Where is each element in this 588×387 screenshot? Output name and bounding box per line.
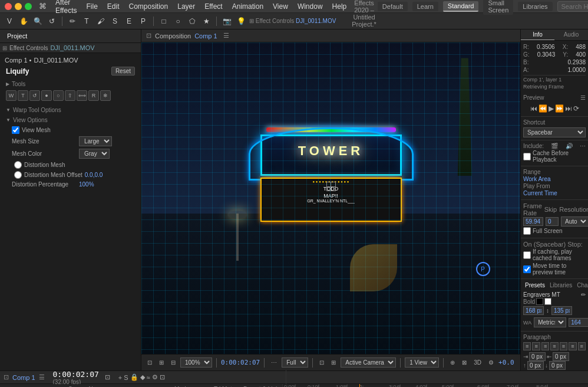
- tl-graph[interactable]: ≈: [147, 373, 150, 381]
- metrics-select[interactable]: Metrics: [534, 317, 566, 327]
- tab-info[interactable]: Info: [521, 29, 554, 40]
- tl-solo[interactable]: S: [124, 373, 128, 381]
- preview-menu-icon[interactable]: ☰: [580, 94, 586, 101]
- vc-transfer[interactable]: ⊕: [448, 358, 457, 367]
- tool-puppet[interactable]: P: [137, 15, 149, 27]
- cache-before-checkbox[interactable]: [523, 153, 531, 160]
- presets-tab[interactable]: Presets: [523, 281, 547, 289]
- vc-region[interactable]: ⊞: [157, 358, 166, 367]
- move-time-checkbox[interactable]: [523, 265, 531, 273]
- tool-shape-star[interactable]: ★: [200, 15, 212, 27]
- tool-text[interactable]: T: [81, 15, 93, 27]
- menu-edit[interactable]: Edit: [103, 1, 124, 12]
- workspace-tab-learn[interactable]: Learn: [412, 2, 438, 11]
- tl-comp-name[interactable]: Comp 1: [12, 374, 35, 381]
- font-size-input[interactable]: [523, 306, 544, 315]
- tool-freeze[interactable]: ❄: [100, 90, 111, 101]
- ec-file-link[interactable]: DJI_0011.MOV: [50, 44, 94, 51]
- tool-rotate[interactable]: ↺: [46, 15, 58, 27]
- vc-views-select[interactable]: 1 View: [405, 358, 439, 368]
- vc-alpha[interactable]: ⊞: [329, 358, 338, 367]
- distortion-pct-value[interactable]: 100%: [79, 181, 94, 188]
- libraries-tab[interactable]: Libraries: [548, 281, 574, 289]
- tool-camera[interactable]: 📷: [221, 15, 233, 27]
- menu-help[interactable]: Help: [328, 1, 351, 12]
- tab-project[interactable]: Project: [4, 31, 31, 41]
- skip-input[interactable]: [546, 217, 559, 226]
- workspace-tab-standard[interactable]: Standard: [443, 1, 479, 12]
- tool-shape-poly[interactable]: ⬠: [186, 15, 198, 27]
- tool-brush[interactable]: 🖌: [95, 15, 107, 27]
- prev-step-forward[interactable]: ⏩: [555, 104, 564, 113]
- tl-menu-icon[interactable]: ☰: [39, 373, 45, 381]
- tools-grid[interactable]: W T ↺ ● ○ ⇧ ⟺ R ❄: [6, 88, 135, 103]
- prev-loop[interactable]: ⟳: [573, 104, 579, 113]
- prev-to-end[interactable]: ⏭: [565, 104, 572, 113]
- menu-composition[interactable]: Composition: [125, 1, 173, 12]
- mesh-color-select[interactable]: Gray: [79, 149, 110, 159]
- metrics-value-input[interactable]: [569, 318, 588, 327]
- vc-camera-select[interactable]: Active Camera: [341, 358, 396, 368]
- maximize-dot[interactable]: [25, 3, 32, 10]
- minimize-dot[interactable]: [15, 3, 22, 10]
- comp-header-menu[interactable]: ☰: [223, 32, 229, 40]
- warp-tool-options-section[interactable]: Warp Tool Options: [2, 105, 138, 115]
- shortcut-select[interactable]: Spacebar: [523, 127, 586, 137]
- prev-step-back[interactable]: ⏪: [539, 104, 547, 113]
- align-justify-btn[interactable]: ≡: [550, 342, 558, 350]
- vc-grid[interactable]: ⊟: [169, 358, 178, 367]
- tool-warp[interactable]: W: [6, 90, 16, 101]
- color-swatch-white[interactable]: [544, 298, 551, 305]
- tl-lock[interactable]: 🔒: [130, 373, 138, 381]
- cache-frames-checkbox[interactable]: [523, 251, 531, 259]
- vc-snap[interactable]: ⊠: [460, 358, 469, 367]
- view-mesh-checkbox[interactable]: [12, 126, 19, 134]
- search-input[interactable]: [557, 1, 588, 12]
- tool-reconstruct[interactable]: R: [88, 90, 99, 101]
- tool-eraser[interactable]: E: [123, 15, 135, 27]
- workspace-tab-libraries[interactable]: Libraries: [518, 2, 552, 11]
- vc-perf[interactable]: ⚙: [486, 358, 496, 367]
- tl-add-layer[interactable]: +: [118, 373, 122, 381]
- vc-skip-back[interactable]: ⋯: [269, 358, 279, 367]
- distortion-mesh-radio[interactable]: [14, 161, 22, 169]
- color-swatch-black[interactable]: [536, 298, 543, 305]
- tl-markers[interactable]: ◆: [140, 373, 145, 381]
- tool-pen[interactable]: ✏: [67, 15, 78, 27]
- tl-playhead-btn[interactable]: ⊡: [105, 373, 110, 381]
- menu-view[interactable]: View: [269, 1, 292, 12]
- full-screen-checkbox[interactable]: [523, 227, 531, 235]
- resolution-select[interactable]: Auto: [561, 217, 588, 227]
- font-style-btn[interactable]: ✏: [581, 291, 586, 298]
- workspace-tab-default[interactable]: Default: [378, 2, 408, 11]
- ec-panel-title[interactable]: Effect Controls: [9, 45, 48, 51]
- tool-hand[interactable]: ✋: [18, 15, 29, 27]
- workspace-tab-small[interactable]: Small Screen: [483, 0, 513, 15]
- view-options-section[interactable]: View Options: [2, 115, 138, 125]
- tool-shape-rect[interactable]: □: [158, 15, 170, 27]
- menu-file[interactable]: File: [82, 1, 101, 12]
- tool-mirror[interactable]: ⟺: [77, 90, 87, 101]
- tl-render[interactable]: ⚙: [152, 373, 158, 381]
- tl-timecode[interactable]: 0:00:02:07: [53, 370, 99, 379]
- tool-twirl[interactable]: ↺: [29, 90, 40, 101]
- comp-name-tab[interactable]: Comp 1: [194, 32, 217, 40]
- align-justify2-btn[interactable]: ≡: [560, 342, 567, 350]
- vc-3d[interactable]: 3D: [471, 358, 484, 367]
- include-audio-btn[interactable]: 🔊: [566, 143, 573, 149]
- tool-zoom[interactable]: 🔍: [32, 15, 44, 27]
- vc-region2[interactable]: ⊡: [317, 358, 326, 367]
- align-center-btn[interactable]: ≡: [532, 342, 540, 350]
- tool-turbulent[interactable]: T: [18, 90, 28, 101]
- frame-rate-input[interactable]: [523, 217, 543, 226]
- indent-right-input[interactable]: [553, 352, 569, 361]
- composition-viewer[interactable]: TOWER ● ● ● ● ● ● ● ● ● ● ● ● TODD MAP!!…: [141, 42, 520, 354]
- tab-audio[interactable]: Audio: [554, 29, 588, 40]
- tool-clone[interactable]: S: [109, 15, 121, 27]
- tool-pucker[interactable]: ●: [41, 90, 52, 101]
- vc-quality-select[interactable]: Full: [282, 358, 308, 368]
- align-justify4-btn[interactable]: ≡: [578, 342, 586, 350]
- menu-animation[interactable]: Animation: [228, 1, 267, 12]
- prev-to-start[interactable]: ⏮: [530, 104, 537, 113]
- menu-layer[interactable]: Layer: [173, 1, 199, 12]
